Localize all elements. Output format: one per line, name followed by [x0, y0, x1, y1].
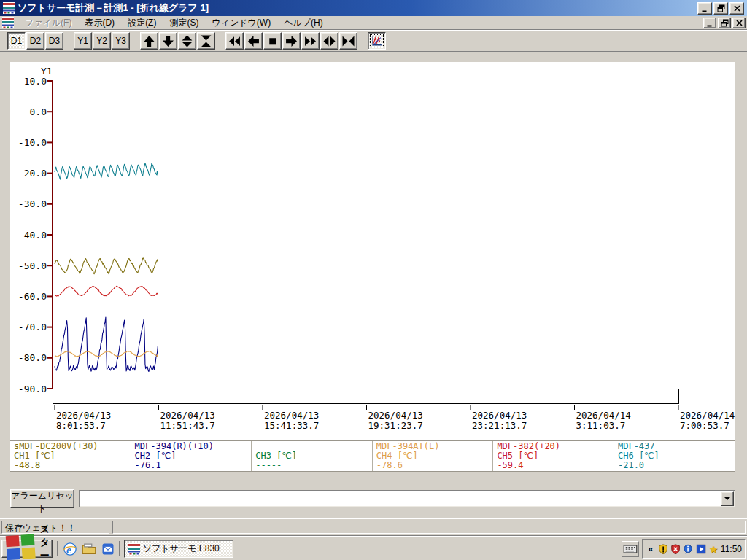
media-player-tray-icon[interactable]	[696, 543, 706, 555]
menu-help[interactable]: ヘルプ(H)	[277, 15, 330, 31]
restore-icon	[716, 4, 726, 13]
y-tick-label: -20.0	[18, 168, 47, 179]
alarm-combo-input[interactable]	[81, 492, 720, 505]
toolbar-shrink-x-scale-button[interactable]	[339, 32, 357, 50]
x-tick-date: 2026/04/13	[472, 410, 527, 421]
x-tick-time: 15:41:33.7	[264, 420, 319, 431]
legend-cell-ch6: MDF-437CH6 [℃]-21.0	[614, 441, 735, 471]
series-ch5-line	[55, 286, 158, 296]
y-tick-label: -80.0	[18, 352, 47, 363]
minimize-icon	[700, 4, 710, 13]
toolbar-group-3	[225, 32, 358, 50]
x-tick-time: 23:21:13.7	[472, 420, 527, 431]
toolbar-d3-button[interactable]: D3	[45, 32, 63, 50]
x-tick-date: 2026/04/13	[264, 410, 319, 421]
x-tick-time: 7:00:53.7	[680, 420, 729, 431]
start-label: スタート	[40, 523, 50, 560]
alarm-reset-button[interactable]: アラームリセット	[10, 489, 74, 508]
x-tick-time: 11:51:43.7	[160, 420, 215, 431]
window-restore-button[interactable]	[713, 2, 728, 15]
toolbar-d2-button[interactable]: D2	[26, 32, 44, 50]
toolbar-stop-button[interactable]	[263, 32, 282, 50]
taskbar: スタート e ソフトサーモ E830 « ★ 11:50	[0, 536, 747, 560]
window-minimize-button[interactable]	[697, 2, 712, 15]
expand-horizontal-icon	[323, 35, 336, 47]
tray-chevron-button[interactable]: «	[646, 543, 656, 555]
y-axis: Y110.00.0-10.0-20.0-30.0-40.0-50.0-60.0-…	[18, 66, 53, 394]
menu-file: ファイル(F)	[18, 15, 78, 31]
toolbar-expand-x-scale-button[interactable]	[320, 32, 338, 50]
keyboard-tray-icon[interactable]	[622, 541, 639, 557]
security-error-shield-icon[interactable]	[670, 543, 681, 555]
minimize-icon	[705, 18, 715, 28]
channel-value: -21.0	[618, 461, 731, 470]
toolbar-d1-button[interactable]: D1	[7, 32, 26, 50]
toolbar-y2-button[interactable]: Y2	[93, 32, 111, 50]
chart-canvas: Y110.00.0-10.0-20.0-30.0-40.0-50.0-60.0-…	[10, 62, 735, 440]
toolbar-fast-back-button[interactable]	[225, 32, 244, 50]
series-ch6-line	[55, 163, 158, 179]
status-bar: 保存ウェイト！！	[0, 518, 747, 534]
y-tick-label: -70.0	[18, 322, 47, 332]
star-tray-icon[interactable]: ★	[708, 543, 719, 555]
time-range-box	[53, 389, 679, 404]
double-left-icon	[228, 35, 241, 47]
menu-window[interactable]: ウィンドウ(W)	[205, 15, 277, 31]
y-tick-label: -10.0	[18, 137, 47, 148]
toolbar-group-1: Y1Y2Y3	[74, 32, 131, 50]
toolbar-shrink-y-scale-button[interactable]	[197, 32, 215, 50]
menu-view[interactable]: 表示(D)	[78, 15, 121, 31]
taskbar-app-button[interactable]: ソフトサーモ E830	[124, 540, 233, 558]
x-axis: 2026/04/138:01:53.72026/04/1311:51:43.72…	[55, 405, 735, 431]
y-tick-label: 10.0	[24, 76, 47, 87]
x-tick-time: 3:11:03.7	[576, 420, 626, 431]
toolbar-y1-button[interactable]: Y1	[74, 32, 92, 50]
legend-cell-ch3: CH3 [℃]-----	[252, 441, 373, 471]
windows-flag-icon	[4, 531, 38, 560]
start-button[interactable]: スタート	[1, 540, 53, 558]
window-close-button[interactable]	[729, 2, 744, 15]
document-close-button[interactable]	[732, 18, 746, 28]
arrow-down-icon	[162, 35, 174, 47]
document-restore-button[interactable]	[718, 18, 731, 28]
app-icon	[128, 543, 140, 555]
document-minimize-button[interactable]	[703, 18, 716, 28]
svg-text:e: e	[66, 544, 71, 556]
document-icon[interactable]	[2, 17, 14, 28]
window-title: ソフトサーモ計測－計測1 - [折れ線グラフ 1]	[18, 1, 697, 15]
channel-value: -78.6	[376, 461, 489, 470]
toolbar-y3-button[interactable]: Y3	[112, 32, 130, 50]
toolbar-expand-y-scale-button[interactable]	[178, 32, 196, 50]
toolbar-scroll-down-button[interactable]	[159, 32, 177, 50]
channel-value: -59.4	[497, 461, 610, 470]
quick-launch-ie-icon[interactable]: e	[63, 542, 77, 556]
y-tick-label: -90.0	[18, 384, 47, 394]
chevron-down-icon	[724, 497, 730, 500]
taskbar-app-label: ソフトサーモ E830	[143, 542, 220, 555]
stop-square-icon	[266, 35, 279, 47]
combo-dropdown-button[interactable]	[721, 491, 734, 506]
separator	[119, 541, 120, 556]
alarm-combo[interactable]	[79, 490, 735, 508]
toolbar-scroll-up-button[interactable]	[140, 32, 158, 50]
toolbar-line-graph-button[interactable]	[368, 32, 386, 50]
toolbar-fast-forward-button[interactable]	[301, 32, 320, 50]
legend-cell-ch2: MDF-394(R)(+10)CH2 [℃]-76.1	[131, 441, 252, 471]
info-balloon-icon[interactable]	[683, 543, 693, 555]
toolbar: D1D2D3Y1Y2Y3	[0, 30, 747, 52]
menu-measure[interactable]: 測定(S)	[163, 15, 205, 31]
title-bar[interactable]: ソフトサーモ計測－計測1 - [折れ線グラフ 1]	[0, 0, 747, 16]
quick-launch-outlook-icon[interactable]	[101, 542, 115, 556]
x-tick-time: 19:31:23.7	[368, 420, 423, 431]
toolbar-scroll-right-button[interactable]	[282, 32, 301, 50]
security-alert-shield-icon[interactable]	[658, 543, 668, 555]
menu-setting[interactable]: 設定(Z)	[121, 15, 163, 31]
chart-icon	[371, 35, 383, 47]
y-tick-label: -30.0	[18, 198, 47, 209]
quick-launch-folder-icon[interactable]	[82, 542, 96, 556]
close-icon	[732, 4, 742, 13]
channel-legend: sMDF-DC200V(+30)CH1 [℃]-48.8MDF-394(R)(+…	[10, 440, 735, 472]
channel-value: -48.8	[14, 461, 127, 470]
toolbar-scroll-left-button[interactable]	[244, 32, 263, 50]
y-tick-label: -50.0	[18, 260, 47, 271]
